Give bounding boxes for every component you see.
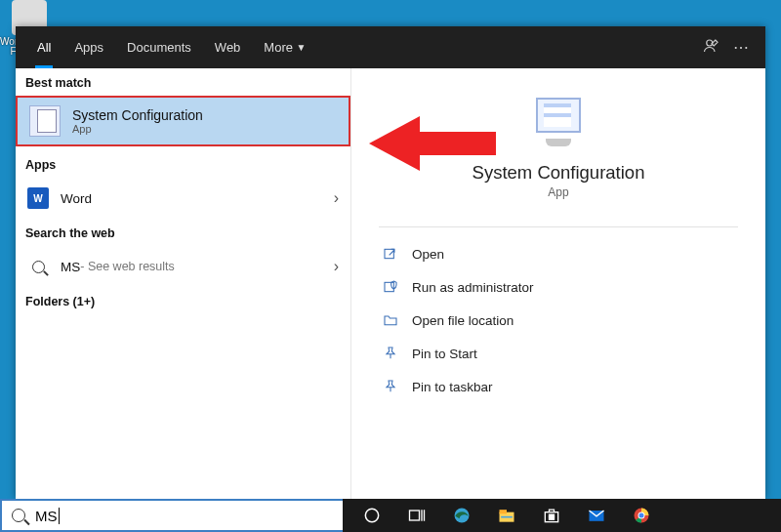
tab-documents[interactable]: Documents (115, 26, 203, 68)
tab-all[interactable]: All (25, 26, 62, 68)
preview-subtitle: App (379, 185, 738, 199)
action-open-loc-label: Open file location (412, 313, 514, 328)
web-query-label: MS (61, 260, 80, 274)
search-tabs: All Apps Documents Web More ▼ ⋯ (16, 26, 765, 68)
preview-title: System Configuration (379, 162, 738, 184)
result-word-label: Word (61, 191, 92, 206)
chevron-down-icon: ▼ (297, 42, 307, 53)
tab-web[interactable]: Web (203, 26, 253, 68)
action-pin-taskbar-label: Pin to taskbar (412, 380, 493, 394)
svg-rect-7 (500, 510, 508, 513)
search-icon (12, 509, 25, 522)
edge-icon[interactable] (446, 500, 477, 531)
results-list: Best match System Configuration App Apps… (16, 68, 351, 499)
action-run-admin-label: Run as administrator (412, 280, 534, 295)
more-options-icon[interactable]: ⋯ (726, 38, 756, 57)
best-match-title: System Configuration (72, 107, 203, 123)
svg-rect-11 (552, 514, 554, 516)
tab-apps-label: Apps (74, 40, 103, 55)
action-pin-start-label: Pin to Start (412, 347, 477, 361)
best-match-subtitle: App (72, 123, 203, 135)
divider (379, 226, 738, 227)
result-word[interactable]: W Word › (16, 178, 350, 219)
svg-point-0 (707, 40, 713, 46)
action-open-label: Open (412, 247, 444, 262)
chevron-right-icon: › (334, 189, 339, 207)
tab-documents-label: Documents (127, 40, 191, 55)
tab-web-label: Web (215, 40, 241, 55)
svg-point-17 (639, 513, 644, 518)
pin-start-icon (383, 346, 398, 361)
best-match-result[interactable]: System Configuration App (16, 96, 350, 146)
chevron-right-icon: › (334, 258, 339, 275)
word-icon: W (27, 187, 49, 209)
preview-app-icon (530, 98, 587, 146)
action-pin-to-taskbar[interactable]: Pin to taskbar (379, 370, 738, 403)
mail-icon[interactable] (581, 500, 612, 531)
svg-rect-1 (385, 249, 393, 258)
task-view-button[interactable] (401, 500, 432, 531)
search-query-text: MS (35, 508, 58, 524)
taskbar: MS (0, 499, 781, 532)
action-open-file-location[interactable]: Open file location (379, 304, 738, 337)
best-match-header: Best match (16, 68, 350, 96)
start-search-panel: All Apps Documents Web More ▼ ⋯ Best mat… (16, 26, 765, 499)
tab-more[interactable]: More ▼ (252, 26, 317, 68)
tab-apps[interactable]: Apps (62, 26, 115, 68)
microsoft-store-icon[interactable] (536, 500, 567, 531)
search-icon (27, 256, 49, 277)
action-pin-to-start[interactable]: Pin to Start (379, 337, 738, 370)
search-web-header: Search the web (16, 219, 350, 246)
cortana-button[interactable] (356, 500, 388, 531)
preview-pane: System Configuration App Open Run as adm… (351, 68, 765, 499)
action-open[interactable]: Open (379, 237, 738, 270)
folder-icon (383, 312, 398, 328)
web-suffix-label: - See web results (80, 260, 175, 273)
apps-header: Apps (16, 150, 350, 178)
feedback-icon[interactable] (697, 37, 726, 59)
file-explorer-icon[interactable] (491, 500, 522, 531)
system-config-icon (29, 105, 61, 137)
svg-rect-10 (550, 514, 552, 516)
taskbar-search-input[interactable]: MS (0, 499, 343, 532)
svg-point-3 (365, 509, 378, 521)
svg-rect-13 (552, 517, 554, 519)
text-caret (59, 508, 60, 524)
svg-rect-4 (410, 511, 420, 520)
tab-more-label: More (264, 40, 293, 55)
action-run-as-admin[interactable]: Run as administrator (379, 270, 738, 304)
folders-header: Folders (1+) (16, 287, 350, 314)
chrome-icon[interactable] (626, 500, 657, 531)
result-web-ms[interactable]: MS - See web results › (16, 246, 350, 287)
svg-rect-8 (501, 516, 513, 518)
tab-all-label: All (37, 40, 51, 55)
open-icon (383, 246, 398, 262)
svg-rect-2 (385, 282, 393, 291)
pin-taskbar-icon (383, 379, 398, 394)
shield-icon (383, 279, 398, 295)
svg-rect-12 (550, 517, 552, 519)
